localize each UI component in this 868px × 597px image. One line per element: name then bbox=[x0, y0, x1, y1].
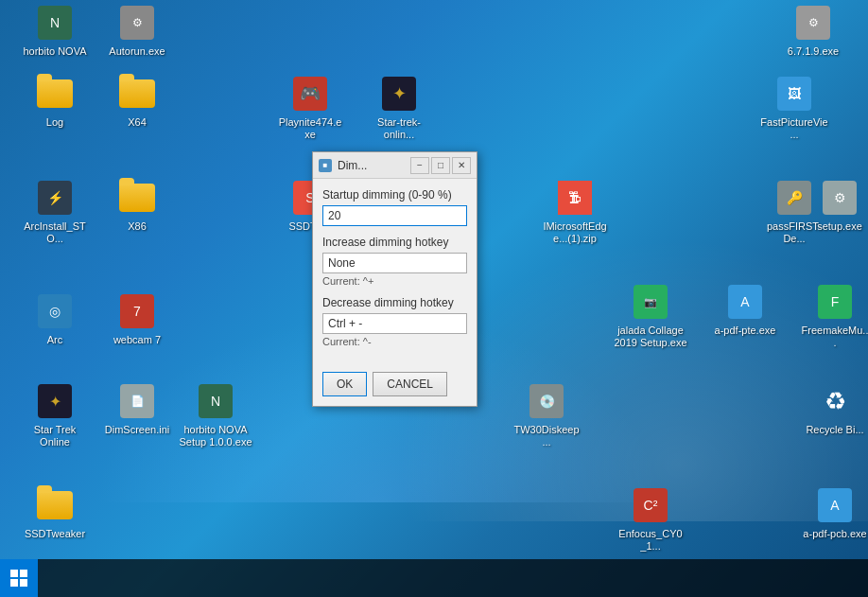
dialog-window: ■ Dim... − □ ✕ Startup dimming (0-90 %) bbox=[312, 151, 477, 407]
desktop: N horbito NOVA ⚙ Autorun.exe ⚙ 6.7.1.9.e… bbox=[0, 0, 868, 597]
dialog-title-icon: ■ bbox=[319, 159, 332, 172]
increase-current-text: Current: ^+ bbox=[322, 275, 467, 287]
decrease-hotkey-group: Decrease dimming hotkey Current: ^- bbox=[322, 296, 467, 347]
cancel-button[interactable]: CANCEL bbox=[373, 372, 447, 396]
dialog-body: Startup dimming (0-90 %) Increase dimmin… bbox=[313, 179, 477, 366]
titlebar-controls: − □ ✕ bbox=[410, 157, 471, 174]
decrease-current-text: Current: ^- bbox=[322, 336, 467, 347]
maximize-button[interactable]: □ bbox=[431, 157, 450, 174]
increase-hotkey-group: Increase dimming hotkey Current: ^+ bbox=[322, 236, 467, 287]
startup-dimming-group: Startup dimming (0-90 %) bbox=[322, 188, 467, 226]
dialog-title-text: Dim... bbox=[338, 159, 367, 172]
startup-dimming-input[interactable] bbox=[322, 205, 467, 226]
titlebar-left: ■ Dim... bbox=[319, 159, 367, 172]
increase-hotkey-input[interactable] bbox=[322, 253, 467, 273]
ok-button[interactable]: OK bbox=[322, 372, 367, 396]
dialog-overlay: ■ Dim... − □ ✕ Startup dimming (0-90 %) bbox=[0, 0, 868, 597]
increase-hotkey-label: Increase dimming hotkey bbox=[322, 236, 467, 249]
dialog-titlebar: ■ Dim... − □ ✕ bbox=[313, 152, 477, 179]
minimize-button[interactable]: − bbox=[410, 157, 429, 174]
dialog-buttons: OK CANCEL bbox=[313, 366, 477, 406]
decrease-hotkey-label: Decrease dimming hotkey bbox=[322, 296, 467, 309]
close-button[interactable]: ✕ bbox=[452, 157, 471, 174]
startup-dimming-label: Startup dimming (0-90 %) bbox=[322, 188, 467, 202]
decrease-hotkey-input[interactable] bbox=[322, 313, 467, 334]
